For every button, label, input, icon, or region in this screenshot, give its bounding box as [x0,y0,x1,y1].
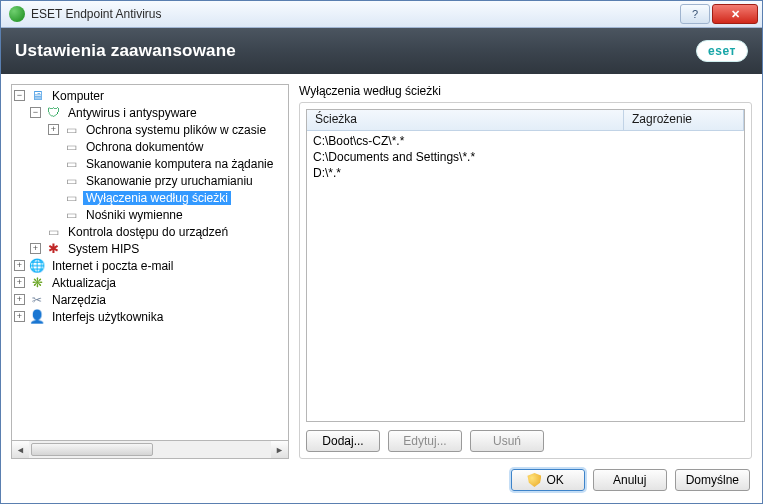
page-icon: ▭ [45,224,61,240]
tree-node-hips[interactable]: + ✱ System HIPS [14,240,288,257]
exclusions-group: Ścieżka Zagrożenie C:\Boot\cs-CZ\*.* C:\… [299,102,752,459]
scroll-right-icon[interactable]: ► [271,441,288,458]
tools-icon: ✂ [29,292,45,308]
app-icon [9,6,25,22]
gear-block-icon: ✱ [45,241,61,257]
tree-node-ui[interactable]: + 👤 Interfejs użytkownika [14,308,288,325]
help-button[interactable]: ? [680,4,710,24]
add-button[interactable]: Dodaj... [306,430,380,452]
list-header[interactable]: Ścieżka Zagrożenie [307,110,744,131]
tree-node-antivirus[interactable]: − 🛡 Antywirus i antyspyware [14,104,288,121]
page-icon: ▭ [63,207,79,223]
tree-node-ondemand[interactable]: ▭ Skanowanie komputera na żądanie [14,155,288,172]
scroll-left-icon[interactable]: ◄ [12,441,29,458]
column-threat[interactable]: Zagrożenie [624,110,744,130]
page-title: Ustawienia zaawansowane [15,41,696,61]
tree-node-device-control[interactable]: ▭ Kontrola dostępu do urządzeń [14,223,288,240]
window-title: ESET Endpoint Antivirus [31,7,678,21]
list-body[interactable]: C:\Boot\cs-CZ\*.* C:\Documents and Setti… [307,131,744,421]
exclusions-list[interactable]: Ścieżka Zagrożenie C:\Boot\cs-CZ\*.* C:\… [306,109,745,422]
brand-logo: eseт [696,40,748,62]
tree-node-computer[interactable]: − 🖥 Komputer [14,87,288,104]
tree-node-tools[interactable]: + ✂ Narzędzia [14,291,288,308]
column-path[interactable]: Ścieżka [307,110,624,130]
expand-icon[interactable]: + [14,260,25,271]
titlebar[interactable]: ESET Endpoint Antivirus ? ✕ [1,1,762,28]
list-item[interactable]: D:\*.* [313,166,738,182]
tree-panel: − 🖥 Komputer − 🛡 Antywirus i antyspyware… [11,84,289,459]
tree-horizontal-scrollbar[interactable]: ◄ ► [11,441,289,459]
edit-button[interactable]: Edytuj... [388,430,462,452]
close-icon: ✕ [731,8,740,21]
close-button[interactable]: ✕ [712,4,758,24]
user-icon: 👤 [29,309,45,325]
page-icon: ▭ [63,173,79,189]
settings-window: ESET Endpoint Antivirus ? ✕ Ustawienia z… [0,0,763,504]
remove-button[interactable]: Usuń [470,430,544,452]
globe-icon: 🌐 [29,258,45,274]
right-panel: Wyłączenia według ścieżki Ścieżka Zagroż… [299,84,752,459]
tree-node-internet[interactable]: + 🌐 Internet i poczta e-mail [14,257,288,274]
help-icon: ? [692,8,698,20]
tree-node-update[interactable]: + ❋ Aktualizacja [14,274,288,291]
collapse-icon[interactable]: − [14,90,25,101]
cancel-button[interactable]: Anuluj [593,469,667,491]
tree-node-removable[interactable]: ▭ Nośniki wymienne [14,206,288,223]
default-button[interactable]: Domyślne [675,469,750,491]
list-item[interactable]: C:\Documents and Settings\*.* [313,150,738,166]
shield-icon: 🛡 [45,105,61,121]
uac-shield-icon [527,473,541,487]
header-strip: Ustawienia zaawansowane eseт [1,28,762,74]
expand-icon[interactable]: + [14,277,25,288]
tree-node-startup[interactable]: ▭ Skanowanie przy uruchamianiu [14,172,288,189]
scroll-track[interactable] [29,441,271,458]
collapse-icon[interactable]: − [30,107,41,118]
body-area: − 🖥 Komputer − 🛡 Antywirus i antyspyware… [1,74,762,459]
expand-icon[interactable]: + [30,243,41,254]
list-item[interactable]: C:\Boot\cs-CZ\*.* [313,134,738,150]
expand-icon[interactable]: + [48,124,59,135]
section-title: Wyłączenia według ścieżki [299,84,752,98]
ok-button[interactable]: OK [511,469,585,491]
monitor-icon: 🖥 [29,88,45,104]
page-icon: ▭ [63,190,79,206]
page-icon: ▭ [63,139,79,155]
ok-button-label: OK [546,473,563,487]
expand-icon[interactable]: + [14,311,25,322]
tree-node-docs[interactable]: ▭ Ochrona dokumentów [14,138,288,155]
tree-node-realtime[interactable]: + ▭ Ochrona systemu plików w czasie [14,121,288,138]
dialog-footer: OK Anuluj Domyślne [1,459,762,503]
tree-box[interactable]: − 🖥 Komputer − 🛡 Antywirus i antyspyware… [11,84,289,441]
page-icon: ▭ [63,156,79,172]
expand-icon[interactable]: + [14,294,25,305]
list-button-row: Dodaj... Edytuj... Usuń [306,430,745,452]
refresh-icon: ❋ [29,275,45,291]
scroll-thumb[interactable] [31,443,153,456]
tree-node-exclusions[interactable]: ▭ Wyłączenia według ścieżki [14,189,288,206]
page-icon: ▭ [63,122,79,138]
